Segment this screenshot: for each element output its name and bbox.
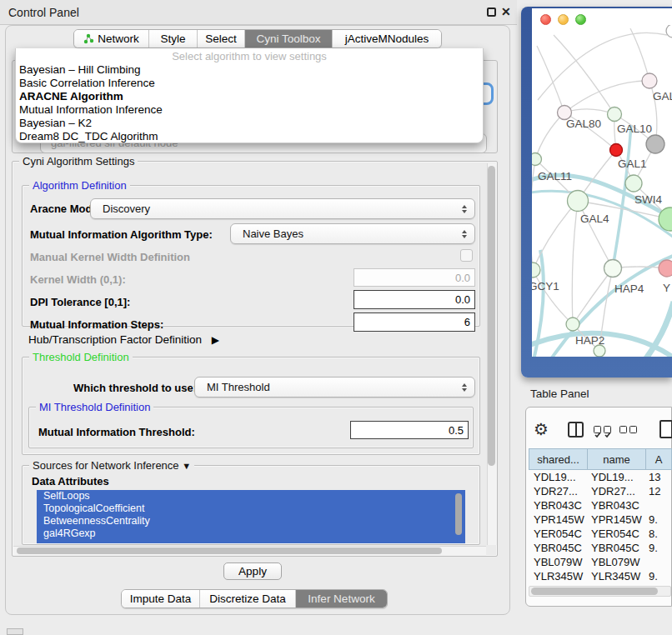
tab-impute-data[interactable]: Impute Data bbox=[122, 590, 199, 608]
data-attributes-list[interactable]: SelfLoops TopologicalCoefficient Between… bbox=[37, 490, 465, 543]
table-cell[interactable]: YLR345W bbox=[588, 570, 646, 582]
manual-kernel-checkbox[interactable] bbox=[460, 249, 473, 262]
column-header[interactable]: A bbox=[646, 448, 672, 470]
network-edge[interactable] bbox=[532, 159, 535, 270]
window-minimize-button[interactable] bbox=[558, 14, 569, 25]
tab-jactivemnodules[interactable]: jActiveMNodules bbox=[332, 30, 441, 48]
tab-cyni-toolbox[interactable]: Cyni Toolbox bbox=[244, 30, 332, 48]
hub-definition-toggle[interactable]: Hub/Transcription Factor Definition ▶ bbox=[28, 333, 219, 346]
network-node[interactable] bbox=[532, 153, 542, 166]
tab-infer-network[interactable]: Infer Network bbox=[295, 590, 387, 608]
table-cell[interactable]: YBL079W bbox=[588, 556, 646, 568]
network-edge[interactable] bbox=[564, 81, 649, 112]
algorithm-option-selected[interactable]: ARACNE Algorithm bbox=[16, 90, 483, 103]
table-row[interactable]: YLR345WYLR345W9. bbox=[529, 569, 672, 583]
tab-network[interactable]: Network bbox=[74, 30, 148, 48]
network-graph[interactable]: GALGAL80GAL10GAL1GAL11SWI4GAL4GCY1HAP4YH… bbox=[532, 25, 672, 357]
checkbox-unchecked-icon[interactable] bbox=[619, 426, 627, 433]
network-edge[interactable] bbox=[537, 46, 564, 112]
table-cell[interactable]: YDR27... bbox=[588, 485, 646, 498]
mi-steps-field[interactable]: 6 bbox=[354, 312, 475, 332]
algorithm-option[interactable]: Basic Correlation Inference bbox=[16, 77, 483, 90]
table-cell[interactable]: YPR145W bbox=[588, 513, 646, 526]
network-node[interactable] bbox=[566, 318, 579, 331]
network-edge[interactable] bbox=[533, 270, 573, 324]
table-row[interactable]: YBR045CYBR045C9. bbox=[529, 541, 672, 555]
table-row[interactable]: YDL19...YDL19...13 bbox=[529, 470, 672, 484]
table-cell[interactable]: YDR27... bbox=[529, 485, 588, 498]
network-node[interactable] bbox=[608, 108, 622, 122]
table-cell[interactable]: YBR043C bbox=[529, 499, 588, 512]
tab-discretize-data[interactable]: Discretize Data bbox=[199, 590, 295, 608]
table-cell[interactable]: YBR043C bbox=[588, 499, 646, 512]
table-cell[interactable]: YDL19... bbox=[529, 471, 588, 483]
table-cell[interactable]: YBR045C bbox=[529, 542, 588, 554]
network-node[interactable] bbox=[646, 135, 664, 153]
apply-button[interactable]: Apply bbox=[223, 562, 282, 580]
kernel-width-field[interactable]: 0.0 bbox=[354, 268, 475, 287]
network-node[interactable] bbox=[642, 73, 657, 88]
table-cell[interactable]: 8. bbox=[646, 528, 672, 540]
checkbox-checked-icon[interactable] bbox=[604, 426, 611, 433]
split-columns-icon[interactable] bbox=[568, 422, 584, 438]
window-zoom-button[interactable] bbox=[575, 14, 586, 25]
table-cell[interactable]: 12 bbox=[646, 485, 672, 498]
settings-hscroll-thumb[interactable] bbox=[17, 548, 442, 554]
float-window-icon[interactable] bbox=[487, 8, 496, 17]
table-cell[interactable]: 9. bbox=[646, 570, 672, 582]
network-node[interactable] bbox=[568, 191, 589, 212]
dpi-tolerance-field[interactable]: 0.0 bbox=[354, 290, 475, 309]
tab-select[interactable]: Select bbox=[197, 30, 244, 48]
column-header[interactable]: name bbox=[588, 448, 646, 470]
network-node[interactable] bbox=[659, 260, 672, 277]
table-cell[interactable]: YLR345W bbox=[529, 570, 588, 582]
network-edge[interactable] bbox=[535, 112, 564, 159]
mi-type-combobox[interactable]: Naive Bayes bbox=[230, 223, 475, 244]
table-cell[interactable]: YER054C bbox=[529, 528, 588, 540]
table-cell[interactable]: 13 bbox=[646, 471, 672, 483]
network-node[interactable] bbox=[666, 25, 672, 38]
network-edge[interactable] bbox=[533, 201, 578, 270]
network-edge[interactable] bbox=[630, 28, 649, 81]
table-cell[interactable]: YDL19... bbox=[588, 471, 646, 483]
algorithm-option[interactable]: Bayesian – Hill Climbing bbox=[16, 63, 483, 77]
minimized-panel-stub[interactable] bbox=[7, 628, 23, 635]
algorithm-option[interactable]: Dream8 DC_TDC Algorithm bbox=[16, 130, 483, 143]
table-cell[interactable]: YER054C bbox=[588, 528, 646, 540]
table-row[interactable]: YBR043CYBR043C bbox=[529, 498, 672, 512]
network-node[interactable] bbox=[604, 260, 622, 278]
table-cell[interactable]: YBL079W bbox=[529, 556, 588, 568]
table-row[interactable]: YER054CYER054C8. bbox=[529, 527, 672, 541]
tab-style[interactable]: Style bbox=[148, 30, 197, 48]
attributes-list-scrollbar[interactable] bbox=[455, 493, 462, 535]
table-cell[interactable]: YBR045C bbox=[588, 542, 646, 554]
table-cell[interactable]: 9. bbox=[646, 513, 672, 526]
settings-vscroll-thumb[interactable] bbox=[488, 166, 495, 466]
attribute-item[interactable]: gal4RGexp bbox=[37, 528, 465, 540]
network-node[interactable] bbox=[610, 144, 623, 157]
table-row[interactable]: YBL079WYBL079W bbox=[529, 555, 672, 569]
mi-threshold-field[interactable]: 0.5 bbox=[350, 421, 469, 439]
close-icon[interactable]: ✕ bbox=[501, 5, 511, 18]
network-node[interactable] bbox=[625, 175, 642, 192]
checkbox-unchecked-icon[interactable] bbox=[629, 426, 637, 433]
window-close-button[interactable] bbox=[540, 14, 551, 25]
network-edge[interactable] bbox=[554, 35, 614, 114]
table-hscroll-thumb[interactable] bbox=[531, 588, 658, 595]
new-table-icon[interactable] bbox=[659, 420, 672, 438]
table-row[interactable]: YDR27...YDR27...12 bbox=[529, 484, 672, 498]
algorithm-option[interactable]: Mutual Information Inference bbox=[16, 103, 483, 117]
table-row[interactable]: YPR145WYPR145W9. bbox=[529, 512, 672, 527]
edge-group-teal[interactable] bbox=[532, 125, 672, 357]
table-cell[interactable]: 9. bbox=[646, 542, 672, 554]
algorithm-option[interactable]: Bayesian – K2 bbox=[16, 117, 483, 130]
gear-icon[interactable]: ⚙ bbox=[534, 419, 549, 439]
aracne-mode-combobox[interactable]: Discovery bbox=[90, 198, 475, 219]
checkbox-checked-icon[interactable] bbox=[594, 426, 601, 433]
column-header[interactable]: shared... bbox=[529, 448, 588, 470]
collapse-down-icon[interactable]: ▼ bbox=[182, 461, 191, 471]
network-edge[interactable] bbox=[578, 201, 613, 268]
network-node[interactable] bbox=[594, 345, 605, 357]
attribute-item[interactable]: TopologicalCoefficient bbox=[37, 502, 465, 515]
table-cell[interactable]: YPR145W bbox=[529, 513, 588, 526]
